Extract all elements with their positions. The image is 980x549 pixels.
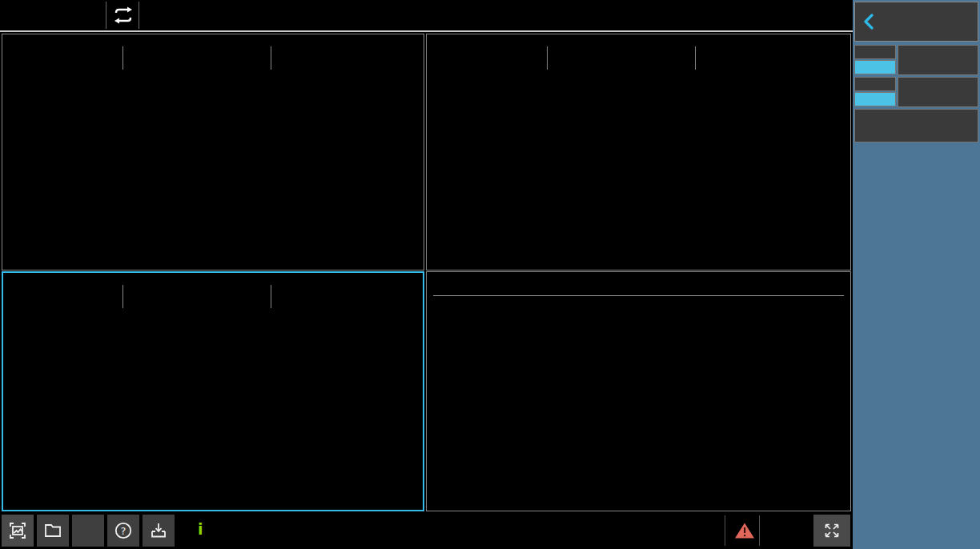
rf-rbw-softkey[interactable]: [898, 45, 978, 75]
divider: [271, 46, 271, 70]
warning-icon[interactable]: [734, 522, 755, 542]
svg-text:?: ?: [121, 525, 127, 537]
settings-icon[interactable]: [72, 515, 104, 547]
sidebar-header[interactable]: [854, 2, 978, 42]
af-spectrum-plot[interactable]: [5, 310, 424, 487]
screenshot-icon[interactable]: [2, 515, 34, 547]
continuous-sweep-icon[interactable]: [111, 6, 135, 25]
softkey-sidebar: [853, 0, 980, 549]
af-rbw-auto-button[interactable]: [854, 92, 896, 106]
help-icon[interactable]: ?: [107, 515, 139, 547]
divider: [122, 46, 123, 70]
rf-spectrum-panel[interactable]: [2, 34, 424, 270]
divider: [271, 285, 271, 308]
demod-waveform-plot[interactable]: [428, 71, 850, 246]
info-icon: i: [198, 520, 203, 538]
rf-spectrum-plot[interactable]: [4, 71, 424, 246]
softkey-af-rbw: [854, 77, 978, 107]
rf-rbw-auto-button[interactable]: [854, 60, 896, 74]
af-rbw-softkey[interactable]: [898, 77, 978, 107]
fullscreen-arrows-icon[interactable]: [813, 515, 850, 547]
folder-icon[interactable]: [37, 515, 69, 547]
divider: [139, 2, 139, 29]
divider: [759, 515, 760, 546]
softkey-rf-rbw: [854, 45, 978, 75]
demod-bw-softkey[interactable]: [854, 109, 978, 142]
divider: [433, 295, 844, 296]
am-depth-table: [433, 290, 844, 301]
divider: [725, 515, 725, 546]
af-spectrum-panel[interactable]: [2, 271, 424, 511]
divider: [122, 285, 123, 308]
af-rbw-manual-button[interactable]: [854, 77, 896, 91]
divider: [695, 46, 696, 70]
am-depth-panel[interactable]: [426, 271, 851, 511]
rf-rbw-manual-button[interactable]: [854, 45, 896, 59]
divider: [0, 30, 853, 32]
save-icon[interactable]: [143, 515, 175, 547]
divider: [106, 2, 106, 29]
back-arrow-icon[interactable]: [863, 14, 874, 30]
divider: [547, 46, 548, 70]
top-status-bar: [0, 0, 853, 30]
bottom-toolbar: ? i: [0, 512, 853, 549]
demod-waveform-panel[interactable]: [426, 34, 851, 270]
